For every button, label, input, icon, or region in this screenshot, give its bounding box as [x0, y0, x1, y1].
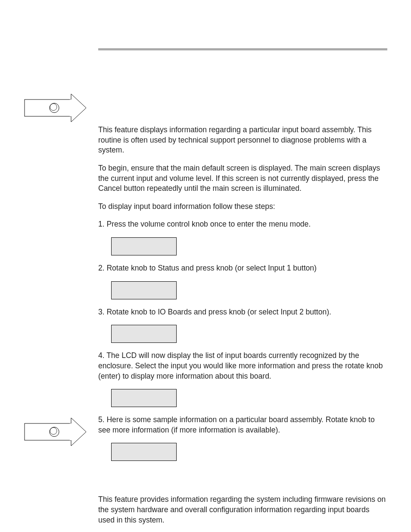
lcd-placeholder [111, 443, 177, 461]
step-text: 3. Rotate knob to IO Boards and press kn… [98, 307, 387, 317]
step-text: 4. The LCD will now display the list of … [98, 351, 387, 381]
step-text: 2. Rotate knob to Status and press knob … [98, 263, 387, 274]
svg-marker-8 [71, 418, 86, 446]
paragraph: This feature provides information regard… [98, 495, 387, 525]
lcd-placeholder [111, 389, 177, 407]
paragraph: To display input board information follo… [98, 202, 387, 212]
step-text: 1. Press the volume control knob once to… [98, 219, 387, 230]
arrow-dial-icon [24, 418, 87, 446]
paragraph: This feature displays information regard… [98, 125, 387, 156]
lcd-placeholder [111, 281, 177, 299]
step-text: 5. Here is some sample information on a … [98, 415, 387, 435]
header-rule [98, 48, 387, 50]
svg-marker-3 [71, 94, 86, 122]
document-page: This feature displays information regard… [0, 0, 411, 532]
lcd-placeholder [111, 325, 177, 343]
paragraph: To begin, ensure that the main default s… [98, 163, 387, 194]
lcd-placeholder [111, 237, 177, 255]
callout-arrow-dial-1 [24, 94, 87, 122]
callout-arrow-dial-2 [24, 418, 87, 446]
svg-rect-0 [25, 100, 71, 116]
svg-rect-4 [70, 100, 72, 116]
svg-rect-9 [70, 423, 72, 440]
body-text: This feature displays information regard… [98, 125, 387, 532]
svg-rect-5 [25, 423, 71, 440]
arrow-dial-icon [24, 94, 87, 122]
